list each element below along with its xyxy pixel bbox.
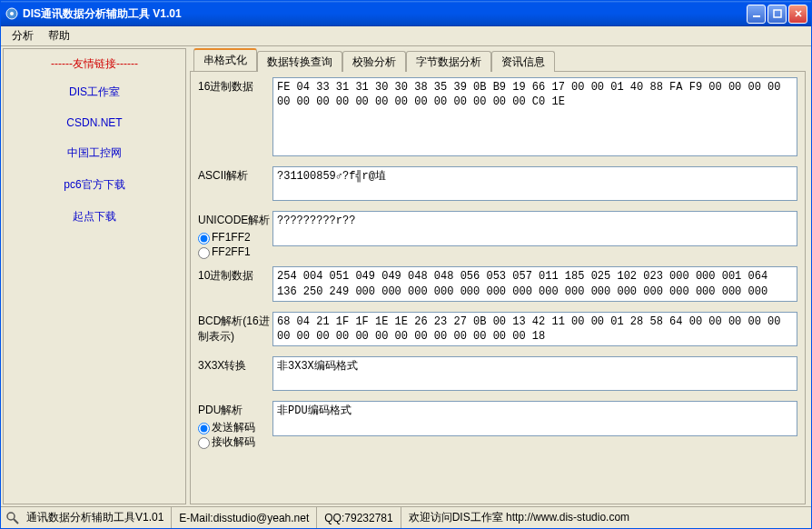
hexdata-label: 16进制数据: [198, 77, 272, 159]
decdata-label: 10进制数据: [198, 266, 272, 304]
statusbar: 通讯数据分析辅助工具V1.01 E-Mail:disstudio@yeah.ne…: [1, 506, 811, 528]
tab-checksum[interactable]: 校验分析: [342, 51, 406, 72]
maximize-button[interactable]: [767, 5, 787, 24]
sidebar-link-gongkong[interactable]: 中国工控网: [7, 145, 182, 161]
sidebar-header: ------友情链接------: [7, 56, 182, 72]
pdu-opt2[interactable]: 接收解码: [198, 434, 272, 449]
minimize-button[interactable]: [747, 5, 766, 24]
sidebar-link-dis[interactable]: DIS工作室: [7, 85, 182, 100]
tab-dataconvert[interactable]: 数据转换查询: [257, 51, 342, 72]
sidebar-link-qidian[interactable]: 起点下载: [7, 209, 182, 225]
svg-line-7: [14, 519, 18, 524]
search-icon: [5, 510, 21, 526]
tab-panel: 16进制数据 ASCII解析 UNICODE解析 FF1FF2 FF2FF1: [190, 71, 806, 504]
decdata-output[interactable]: [272, 266, 797, 301]
menu-analyze[interactable]: 分析: [5, 26, 41, 45]
ascii-output[interactable]: [272, 166, 797, 201]
ascii-label: ASCII解析: [198, 166, 272, 204]
sidebar: ------友情链接------ DIS工作室 CSDN.NET 中国工控网 p…: [3, 48, 186, 504]
menu-help[interactable]: 帮助: [41, 26, 77, 45]
pdu-output[interactable]: [272, 401, 797, 435]
tab-bytedata[interactable]: 字节数据分析: [406, 51, 491, 72]
titlebar: DIS通讯数据分析辅助工具 V1.01: [1, 1, 811, 26]
app-window: DIS通讯数据分析辅助工具 V1.01 分析 帮助 ------友情链接----…: [0, 0, 812, 529]
tabstrip: 串格式化 数据转换查询 校验分析 字节数据分析 资讯信息: [190, 48, 806, 71]
unicode-label: UNICODE解析: [198, 213, 272, 228]
menubar: 分析 帮助: [1, 26, 811, 46]
app-icon: [5, 6, 19, 21]
sidebar-link-csdn[interactable]: CSDN.NET: [7, 116, 182, 129]
svg-point-6: [7, 513, 15, 520]
unicode-opt1[interactable]: FF1FF2: [198, 230, 272, 245]
tab-info[interactable]: 资讯信息: [491, 51, 555, 72]
svg-point-1: [10, 12, 14, 15]
sidebar-link-pc6[interactable]: pc6官方下载: [7, 177, 182, 193]
unicode-output[interactable]: [272, 211, 797, 245]
tab-stringformat[interactable]: 串格式化: [193, 48, 257, 71]
unicode-opt2[interactable]: FF2FF1: [198, 245, 272, 259]
svg-rect-2: [753, 15, 760, 17]
status-qq: QQ:79232781: [317, 507, 401, 528]
hexdata-input[interactable]: [272, 77, 797, 156]
svg-rect-3: [774, 10, 781, 17]
pdu-opt1[interactable]: 发送解码: [198, 420, 272, 434]
status-welcome: 欢迎访问DIS工作室 http://www.dis-studio.com: [401, 507, 807, 528]
status-email: E-Mail:disstudio@yeah.net: [172, 507, 317, 528]
bcd-output[interactable]: [272, 312, 797, 346]
x3x-label: 3X3X转换: [198, 356, 272, 394]
window-title: DIS通讯数据分析辅助工具 V1.01: [23, 6, 747, 22]
status-app: 通讯数据分析辅助工具V1.01: [25, 507, 172, 528]
bcd-label: BCD解析(16进制表示): [198, 312, 272, 349]
pdu-label: PDU解析: [198, 403, 272, 418]
x3x-output[interactable]: [272, 356, 797, 391]
close-button[interactable]: [788, 5, 807, 24]
